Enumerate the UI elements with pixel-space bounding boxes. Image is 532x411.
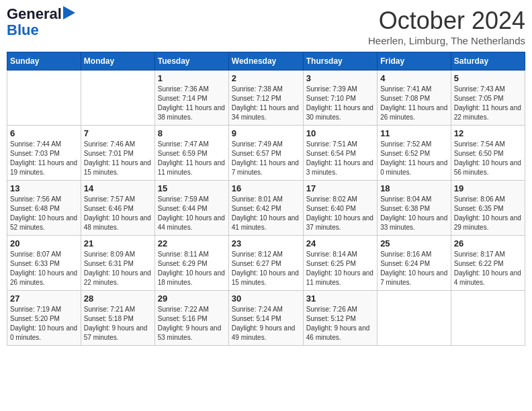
day-number: 1: [158, 73, 226, 83]
day-of-week-header: Monday: [81, 52, 154, 71]
day-info: Sunrise: 7:51 AM Sunset: 6:54 PM Dayligh…: [306, 140, 374, 177]
calendar-cell: 21Sunrise: 8:09 AM Sunset: 6:31 PM Dayli…: [81, 236, 154, 291]
calendar-cell: 20Sunrise: 8:07 AM Sunset: 6:33 PM Dayli…: [7, 236, 81, 291]
calendar-cell: 12Sunrise: 7:54 AM Sunset: 6:50 PM Dayli…: [451, 126, 525, 181]
day-info: Sunrise: 8:14 AM Sunset: 6:25 PM Dayligh…: [306, 250, 374, 287]
calendar-cell: 7Sunrise: 7:46 AM Sunset: 7:01 PM Daylig…: [81, 126, 154, 181]
day-number: 5: [454, 73, 522, 83]
calendar-cell: 17Sunrise: 8:02 AM Sunset: 6:40 PM Dayli…: [303, 181, 377, 236]
location-subtitle: Heerlen, Limburg, The Netherlands: [368, 35, 525, 46]
day-number: 4: [380, 73, 448, 83]
calendar-cell: 4Sunrise: 7:41 AM Sunset: 7:08 PM Daylig…: [378, 71, 451, 126]
calendar-cell: 2Sunrise: 7:38 AM Sunset: 7:12 PM Daylig…: [228, 71, 303, 126]
day-number: 30: [232, 293, 300, 304]
calendar-cell: 3Sunrise: 7:39 AM Sunset: 7:10 PM Daylig…: [303, 71, 377, 126]
day-info: Sunrise: 7:49 AM Sunset: 6:57 PM Dayligh…: [232, 140, 300, 177]
month-title: October 2024: [368, 7, 525, 35]
calendar-cell: 25Sunrise: 8:16 AM Sunset: 6:24 PM Dayli…: [378, 236, 451, 291]
day-info: Sunrise: 8:06 AM Sunset: 6:35 PM Dayligh…: [454, 195, 522, 232]
calendar-cell: 18Sunrise: 8:04 AM Sunset: 6:38 PM Dayli…: [378, 181, 451, 236]
day-info: Sunrise: 7:39 AM Sunset: 7:10 PM Dayligh…: [306, 85, 374, 122]
day-info: Sunrise: 8:16 AM Sunset: 6:24 PM Dayligh…: [380, 250, 448, 287]
day-number: 29: [158, 293, 226, 304]
day-number: 14: [84, 183, 152, 193]
day-info: Sunrise: 8:09 AM Sunset: 6:31 PM Dayligh…: [84, 250, 152, 287]
day-info: Sunrise: 8:11 AM Sunset: 6:29 PM Dayligh…: [158, 250, 226, 287]
day-number: 22: [158, 238, 226, 248]
calendar-cell: 5Sunrise: 7:43 AM Sunset: 7:05 PM Daylig…: [451, 71, 525, 126]
calendar-cell: [81, 71, 154, 126]
day-info: Sunrise: 7:24 AM Sunset: 5:14 PM Dayligh…: [232, 305, 300, 342]
day-of-week-header: Saturday: [451, 52, 525, 71]
day-info: Sunrise: 7:21 AM Sunset: 5:18 PM Dayligh…: [84, 305, 152, 342]
day-number: 12: [454, 128, 522, 138]
day-number: 27: [10, 293, 78, 304]
day-info: Sunrise: 8:17 AM Sunset: 6:22 PM Dayligh…: [454, 250, 522, 287]
calendar-cell: 13Sunrise: 7:56 AM Sunset: 6:48 PM Dayli…: [7, 181, 81, 236]
day-info: Sunrise: 7:38 AM Sunset: 7:12 PM Dayligh…: [232, 85, 300, 122]
calendar-cell: 16Sunrise: 8:01 AM Sunset: 6:42 PM Dayli…: [228, 181, 303, 236]
calendar-cell: 10Sunrise: 7:51 AM Sunset: 6:54 PM Dayli…: [303, 126, 377, 181]
day-of-week-header: Sunday: [7, 52, 81, 71]
day-number: 13: [10, 183, 78, 193]
calendar-week-row: 13Sunrise: 7:56 AM Sunset: 6:48 PM Dayli…: [7, 181, 525, 236]
day-number: 25: [380, 238, 448, 248]
calendar-cell: 9Sunrise: 7:49 AM Sunset: 6:57 PM Daylig…: [228, 126, 303, 181]
calendar-week-row: 1Sunrise: 7:36 AM Sunset: 7:14 PM Daylig…: [7, 71, 525, 126]
page-header: General Blue October 2024 Heerlen, Limbu…: [7, 7, 525, 46]
day-number: 31: [306, 293, 374, 304]
logo: General Blue: [7, 7, 75, 39]
day-number: 24: [306, 238, 374, 248]
calendar-table: SundayMondayTuesdayWednesdayThursdayFrid…: [7, 52, 525, 346]
day-info: Sunrise: 7:46 AM Sunset: 7:01 PM Dayligh…: [84, 140, 152, 177]
day-info: Sunrise: 7:43 AM Sunset: 7:05 PM Dayligh…: [454, 85, 522, 122]
calendar-cell: 29Sunrise: 7:22 AM Sunset: 5:16 PM Dayli…: [154, 291, 228, 346]
day-number: 17: [306, 183, 374, 193]
calendar-cell: 1Sunrise: 7:36 AM Sunset: 7:14 PM Daylig…: [154, 71, 228, 126]
day-number: 16: [232, 183, 300, 193]
day-info: Sunrise: 7:36 AM Sunset: 7:14 PM Dayligh…: [158, 85, 226, 122]
day-number: 10: [306, 128, 374, 138]
day-info: Sunrise: 8:01 AM Sunset: 6:42 PM Dayligh…: [232, 195, 300, 232]
day-info: Sunrise: 7:19 AM Sunset: 5:20 PM Dayligh…: [10, 305, 78, 342]
day-number: 9: [232, 128, 300, 138]
calendar-cell: 27Sunrise: 7:19 AM Sunset: 5:20 PM Dayli…: [7, 291, 81, 346]
day-info: Sunrise: 7:44 AM Sunset: 7:03 PM Dayligh…: [10, 140, 78, 177]
day-info: Sunrise: 7:57 AM Sunset: 6:46 PM Dayligh…: [84, 195, 152, 232]
day-number: 6: [10, 128, 78, 138]
day-number: 15: [158, 183, 226, 193]
day-number: 19: [454, 183, 522, 193]
calendar-cell: 8Sunrise: 7:47 AM Sunset: 6:59 PM Daylig…: [154, 126, 228, 181]
day-info: Sunrise: 7:59 AM Sunset: 6:44 PM Dayligh…: [158, 195, 226, 232]
calendar-week-row: 27Sunrise: 7:19 AM Sunset: 5:20 PM Dayli…: [7, 291, 525, 346]
day-info: Sunrise: 7:26 AM Sunset: 5:12 PM Dayligh…: [306, 305, 374, 342]
day-of-week-header: Tuesday: [154, 52, 228, 71]
calendar-cell: [451, 291, 525, 346]
day-of-week-header: Thursday: [303, 52, 377, 71]
calendar-cell: [378, 291, 451, 346]
day-info: Sunrise: 8:12 AM Sunset: 6:27 PM Dayligh…: [232, 250, 300, 287]
logo-text-blue: Blue: [7, 21, 39, 39]
day-info: Sunrise: 8:07 AM Sunset: 6:33 PM Dayligh…: [10, 250, 78, 287]
day-number: 21: [84, 238, 152, 248]
day-number: 11: [380, 128, 448, 138]
calendar-cell: 19Sunrise: 8:06 AM Sunset: 6:35 PM Dayli…: [451, 181, 525, 236]
calendar-cell: 24Sunrise: 8:14 AM Sunset: 6:25 PM Dayli…: [303, 236, 377, 291]
calendar-cell: 26Sunrise: 8:17 AM Sunset: 6:22 PM Dayli…: [451, 236, 525, 291]
day-info: Sunrise: 7:56 AM Sunset: 6:48 PM Dayligh…: [10, 195, 78, 232]
calendar-cell: [7, 71, 81, 126]
calendar-cell: 30Sunrise: 7:24 AM Sunset: 5:14 PM Dayli…: [228, 291, 303, 346]
day-number: 28: [84, 293, 152, 304]
logo-text-general: General: [7, 7, 62, 21]
title-section: October 2024 Heerlen, Limburg, The Nethe…: [368, 7, 525, 46]
calendar-cell: 28Sunrise: 7:21 AM Sunset: 5:18 PM Dayli…: [81, 291, 154, 346]
calendar-cell: 6Sunrise: 7:44 AM Sunset: 7:03 PM Daylig…: [7, 126, 81, 181]
day-info: Sunrise: 7:47 AM Sunset: 6:59 PM Dayligh…: [158, 140, 226, 177]
day-info: Sunrise: 7:54 AM Sunset: 6:50 PM Dayligh…: [454, 140, 522, 177]
day-number: 20: [10, 238, 78, 248]
logo-arrow-icon: [63, 6, 75, 19]
day-number: 3: [306, 73, 374, 83]
day-of-week-header: Friday: [378, 52, 451, 71]
day-number: 23: [232, 238, 300, 248]
day-number: 2: [232, 73, 300, 83]
